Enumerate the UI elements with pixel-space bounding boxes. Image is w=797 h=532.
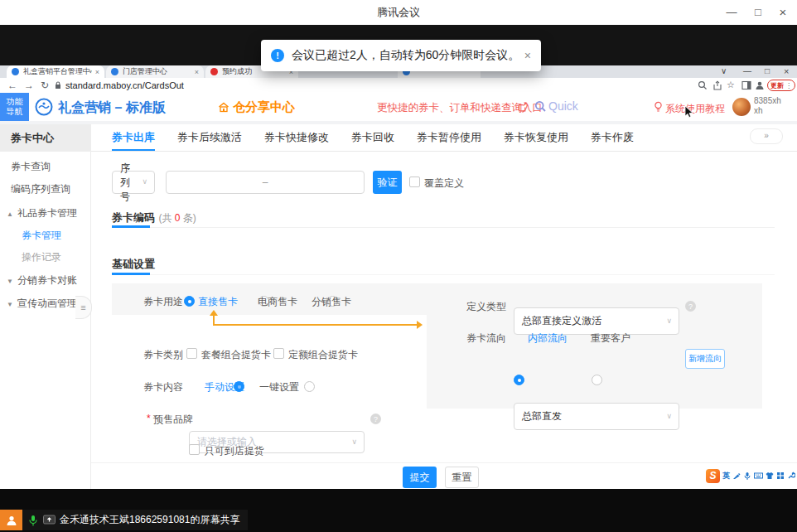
add-flow-button[interactable]: 新增流向 <box>685 349 725 369</box>
option-one-click-setup[interactable]: 一键设置 <box>259 380 299 394</box>
ime-skin-icon[interactable] <box>766 472 774 480</box>
browser-window-menu-icon[interactable]: ∨ <box>721 66 727 75</box>
radio-key-customer[interactable] <box>592 375 602 385</box>
side-panel-icon[interactable] <box>741 80 751 90</box>
tab-card-quick-edit[interactable]: 券卡快捷修改 <box>264 124 329 151</box>
overwrite-definition-checkbox[interactable] <box>409 177 420 187</box>
presale-brand-help-icon[interactable]: ? <box>370 414 381 424</box>
option-direct-sale[interactable]: 直接售卡 <box>198 295 238 309</box>
browser-close-button[interactable]: × <box>784 66 789 76</box>
footer-divider <box>91 462 797 463</box>
sogou-logo-icon[interactable]: S <box>706 469 720 483</box>
meeting-titlebar: 腾讯会议 — □ × <box>0 0 797 26</box>
radio-internal-flow[interactable] <box>514 375 524 385</box>
bookmark-star-icon[interactable]: ☆ <box>727 80 735 90</box>
screen-share-bar: 金禾通技术王斌18662591081的屏幕共享 <box>0 510 248 530</box>
meeting-maximize-button[interactable]: □ <box>749 0 767 25</box>
combo-pickup-card-label[interactable]: 套餐组合提货卡 <box>201 348 271 362</box>
reload-icon[interactable]: ↻ <box>41 80 49 91</box>
overwrite-definition-label[interactable]: 覆盖定义 <box>424 177 464 191</box>
ime-language-icon[interactable]: 英 <box>722 471 730 481</box>
sidebar-item-promo-animation-management[interactable]: ▼宣传动画管理 <box>7 297 77 311</box>
flow-select[interactable]: 总部直发 ∨ <box>514 403 679 430</box>
chevron-down-icon: ∨ <box>351 438 357 446</box>
ime-keyboard-icon[interactable] <box>754 472 763 480</box>
card-codes-section-title: 券卡编码 (共 0 条) <box>112 210 196 225</box>
section-underline <box>112 225 150 228</box>
option-ecommerce-sale[interactable]: 电商售卡 <box>258 295 297 309</box>
profile-icon[interactable] <box>755 80 765 90</box>
browser-tab-store-admin[interactable]: 门店管理中心 × <box>106 65 204 78</box>
avatar[interactable] <box>732 98 751 116</box>
required-asterisk: * <box>147 413 151 424</box>
store-pickup-only-checkbox[interactable] <box>189 444 200 455</box>
zoom-icon[interactable] <box>698 80 708 90</box>
main-tabbar: 券卡出库 券卡后续激活 券卡快捷修改 券卡回收 券卡暂停使用 券卡恢复使用 券卡… <box>91 124 797 152</box>
sidebar-item-card-management[interactable]: 券卡管理 <box>22 229 61 243</box>
back-icon[interactable]: ← <box>7 80 17 91</box>
tab-card-followup-activation[interactable]: 券卡后续激活 <box>177 124 242 151</box>
tab-close-icon[interactable]: × <box>195 68 199 76</box>
sidebar-item-gift-card-management[interactable]: ▲礼品券卡管理 <box>7 206 77 220</box>
browser-minimize-button[interactable]: — <box>743 66 751 75</box>
tab-close-icon[interactable]: × <box>95 68 99 76</box>
browser-maximize-button[interactable]: □ <box>765 66 770 75</box>
option-internal-flow[interactable]: 内部流向 <box>528 331 568 346</box>
toast-close-icon[interactable]: × <box>524 49 531 62</box>
sidebar-item-operation-log[interactable]: 操作记录 <box>22 250 61 264</box>
combo-pickup-card-checkbox[interactable] <box>186 348 197 359</box>
quick-search-label[interactable]: Quick <box>548 99 578 113</box>
section-underline <box>112 273 150 275</box>
chevron-down-icon: ∨ <box>666 412 672 420</box>
serial-field-select[interactable]: 序列号 ∨ <box>112 171 155 194</box>
sidebar-item-code-sequence-query[interactable]: 编码序列查询 <box>11 182 70 196</box>
tutorial-link[interactable]: 系统使用教程 <box>665 102 725 116</box>
search-icon[interactable] <box>534 100 547 113</box>
ime-settings-icon[interactable] <box>787 472 795 480</box>
browser-tab-gift-admin[interactable]: 礼盒营销平台管理中心 × <box>7 65 104 78</box>
share-icon[interactable] <box>712 80 722 90</box>
meeting-minimize-button[interactable]: — <box>722 0 741 25</box>
option-key-customer[interactable]: 重要客户 <box>591 331 630 346</box>
submit-button[interactable]: 提交 <box>403 467 437 488</box>
serial-range-input[interactable]: – <box>166 171 365 194</box>
screen: 腾讯会议 — □ × 礼盒营销平台管理中心 × 门店管理中心 × 预约成功 × … <box>0 0 797 532</box>
fixed-combo-pickup-card-label[interactable]: 定额组合提货卡 <box>288 348 358 362</box>
verify-button[interactable]: 验证 <box>373 171 402 194</box>
forward-icon[interactable]: → <box>24 80 34 91</box>
panel-expand-button[interactable]: » <box>750 128 783 144</box>
store-pickup-only-label[interactable]: 只可到店提货 <box>205 444 264 458</box>
definition-type-help-icon[interactable]: ? <box>685 301 696 312</box>
kebab-menu-icon[interactable]: ⋮ <box>785 82 792 89</box>
sidebar-item-card-query[interactable]: 券卡查询 <box>11 160 51 174</box>
browser-update-button[interactable]: 更新 ⋮ <box>767 80 795 91</box>
tab-card-void[interactable]: 券卡作废 <box>591 124 634 151</box>
tab-card-recycle[interactable]: 券卡回收 <box>351 124 394 151</box>
warehouse-share-center-link[interactable]: 仓分享中心 <box>218 99 295 115</box>
option-manual-setup[interactable]: 手动设置 <box>205 380 244 394</box>
settings-panel: 券卡用途 直接售卡 电商售卡 分销售卡 券卡类别 套餐组合提货卡 定额组合提货卡… <box>112 283 762 409</box>
participant-icon[interactable] <box>0 510 22 530</box>
card-content-label: 券卡内容 <box>143 380 183 394</box>
radio-one-click-setup[interactable] <box>304 381 315 392</box>
meeting-close-button[interactable]: × <box>774 0 792 25</box>
tab-favicon <box>111 68 118 75</box>
url-omnibox[interactable]: standard.maboy.cn/CardsOut <box>65 80 184 90</box>
nav-toggle-button[interactable]: 功能 导航 <box>0 93 29 121</box>
toast-message: 会议已超过2人，自动转为60分钟限时会议。 <box>292 48 524 63</box>
ime-grid-icon[interactable] <box>776 472 785 480</box>
ime-mic-icon[interactable] <box>743 472 751 480</box>
reset-button[interactable]: 重置 <box>445 467 479 488</box>
radio-direct-sale[interactable] <box>184 296 195 307</box>
fixed-combo-pickup-card-checkbox[interactable] <box>273 348 284 359</box>
sidebar-item-distribution-reconciliation[interactable]: ▼分销券卡对账 <box>7 273 77 288</box>
meeting-toast: ! 会议已超过2人，自动转为60分钟限时会议。 × <box>261 40 541 71</box>
lightbulb-icon <box>654 101 663 113</box>
tab-card-outbound[interactable]: 券卡出库 <box>112 124 155 151</box>
mic-on-icon[interactable] <box>28 515 38 526</box>
tab-card-suspend[interactable]: 券卡暂停使用 <box>417 124 481 151</box>
ime-pen-icon[interactable] <box>732 472 741 480</box>
lock-icon <box>55 81 61 89</box>
tab-card-resume[interactable]: 券卡恢复使用 <box>504 124 568 151</box>
option-distribution-sale[interactable]: 分销售卡 <box>312 295 351 309</box>
